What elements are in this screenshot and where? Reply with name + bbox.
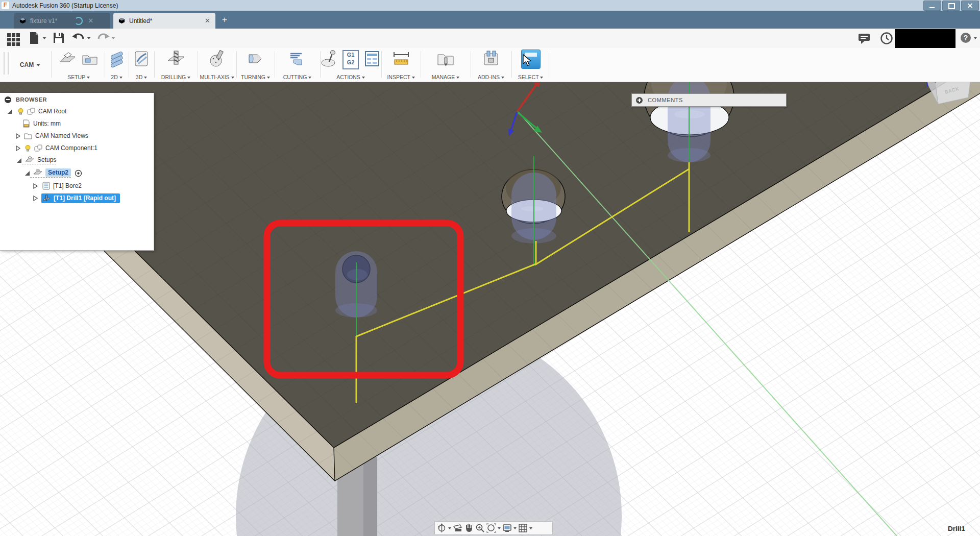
maximize-button[interactable] [942,1,960,11]
group-label-2d[interactable]: 2D [105,74,129,80]
setup-sheet-icon[interactable] [363,50,381,68]
collapsed-icon[interactable] [15,145,21,151]
workspace-selector[interactable]: CAM [11,48,49,82]
collapsed-icon[interactable] [33,183,38,189]
document-icon [19,17,27,24]
drilling-icon[interactable] [167,50,185,68]
comment-bubble-icon[interactable] [857,32,871,45]
group-label-manage[interactable]: MANAGE [421,74,471,80]
tree-label[interactable]: CAM Named Views [35,132,88,139]
fit-caret[interactable] [498,527,501,529]
ribbon-toolbar: CAM SETUP [0,48,980,82]
expanded-icon[interactable] [7,109,13,114]
multi-axis-icon[interactable] [208,50,226,68]
group-label-3d[interactable]: 3D [129,74,154,80]
group-label-setup[interactable]: SETUP [53,74,105,80]
minimize-button[interactable] [923,1,941,11]
toolbar-grip[interactable] [4,52,9,75]
fit-view-icon[interactable] [486,523,496,533]
drill-operation-icon [42,194,51,202]
tool-library-icon[interactable] [436,50,455,68]
group-label-inspect[interactable]: INSPECT [381,74,421,80]
2d-milling-icon[interactable] [108,50,126,68]
component-icon [27,108,35,115]
expanded-icon[interactable] [24,170,30,176]
redo-icon[interactable] [97,32,110,44]
ribbon-group-drilling: DRILLING [154,48,198,82]
new-tab-button[interactable]: + [219,15,230,25]
comments-label: COMMENTS [648,97,683,103]
tree-item-units[interactable]: Units: mm [22,118,61,129]
cutting-icon[interactable] [288,50,307,68]
group-label-actions[interactable]: ACTIONS [320,74,381,80]
ribbon-group-inspect: INSPECT [381,48,421,82]
turning-icon[interactable] [247,50,265,68]
add-comment-icon[interactable] [636,97,643,104]
clock-icon[interactable] [880,32,893,45]
help-caret[interactable] [974,37,977,39]
close-button[interactable] [961,1,979,11]
tree-item-cam-component[interactable]: CAM Component:1 [15,142,97,154]
ribbon-group-addins: ADD-INS [471,48,511,82]
mouse-cursor [523,54,534,67]
tree-label[interactable]: CAM Root [38,108,66,115]
save-icon[interactable] [53,32,65,44]
undo-icon[interactable] [71,32,85,44]
tree-item-cam-root[interactable]: CAM Root [7,106,66,117]
redo-caret[interactable] [111,37,115,39]
tree-label[interactable]: [T1] Bore2 [53,182,82,189]
tab-label: fixture v1* [30,17,57,25]
collapse-browser-icon[interactable] [5,96,11,103]
folder-icon [24,132,32,139]
tree-item-setups[interactable]: Setups [16,155,56,166]
tree-item-setup2[interactable]: Setup2 [24,167,82,179]
group-label-select[interactable]: SELECT [511,74,550,80]
zoom-icon[interactable] [475,523,485,533]
grid-settings-icon[interactable] [518,523,528,533]
group-label-drilling[interactable]: DRILLING [154,74,198,80]
visibility-bulb-icon[interactable] [24,144,32,152]
group-label-addins[interactable]: ADD-INS [471,74,511,80]
orbit-caret[interactable] [448,527,451,529]
file-menu-caret[interactable] [42,37,46,39]
orbit-icon[interactable] [437,523,447,533]
tab-close-icon[interactable]: ✕ [88,17,93,25]
tree-label[interactable]: CAM Component:1 [45,144,97,152]
group-label-turning[interactable]: TURNING [236,74,275,80]
add-ins-icon[interactable] [482,50,500,68]
document-icon [118,17,126,24]
expanded-icon[interactable] [16,158,22,163]
new-setup-icon[interactable] [58,50,77,68]
tree-label-setup2[interactable]: Setup2 [45,168,71,177]
pan-icon[interactable] [464,523,474,533]
tab-untitled[interactable]: Untitled* ✕ [113,13,215,29]
group-label-cutting[interactable]: CUTTING [275,74,320,80]
active-setup-radio-icon[interactable] [75,169,82,177]
simulate-icon[interactable] [320,50,338,68]
group-label-multiaxis[interactable]: MULTI-AXIS [198,74,236,80]
undo-caret[interactable] [87,37,91,39]
tree-label[interactable]: Units: mm [33,120,61,127]
help-icon[interactable]: ? [961,33,971,43]
file-menu-icon[interactable] [29,32,40,45]
measure-icon[interactable] [392,50,410,68]
collapsed-icon[interactable] [15,133,21,139]
setup-folder-icon[interactable] [81,50,99,68]
look-at-icon[interactable] [453,523,462,533]
tree-label-drill1[interactable]: [T1] Drill1 [Rapid out] [54,194,116,202]
tab-close-icon[interactable]: ✕ [205,17,210,25]
grid-caret[interactable] [529,527,532,529]
display-caret[interactable] [513,527,517,529]
tree-item-drill1[interactable]: [T1] Drill1 [Rapid out] [33,192,120,204]
tree-item-named-views[interactable]: CAM Named Views [15,130,88,141]
tab-fixture-v1[interactable]: fixture v1* ✕ [14,13,110,29]
comments-panel[interactable]: COMMENTS [631,93,787,107]
visibility-bulb-icon[interactable] [17,108,24,115]
tree-label[interactable]: Setups [37,156,56,163]
tree-item-bore2[interactable]: [T1] Bore2 [33,180,82,191]
display-settings-icon[interactable] [502,523,512,533]
3d-milling-icon[interactable] [132,50,151,68]
post-process-icon[interactable]: G1G2 [342,50,359,69]
app-grid-icon[interactable] [7,33,20,46]
collapsed-icon[interactable] [33,196,38,201]
